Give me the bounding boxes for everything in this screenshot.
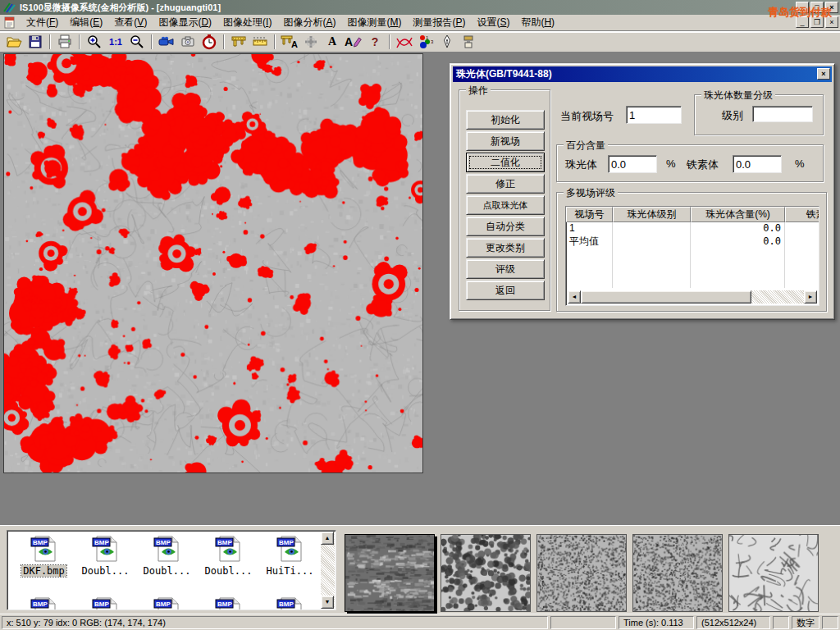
ruler-icon[interactable] bbox=[249, 33, 271, 51]
pearlite-dialog: 珠光体(GB/T9441-88) × 操作 初始化新视场二值化修正点取珠光体自动… bbox=[450, 63, 835, 320]
ferrite-unit: % bbox=[795, 158, 805, 170]
file-item-partial[interactable]: BMP bbox=[260, 596, 320, 610]
operation-button-8[interactable]: 评级 bbox=[466, 259, 545, 279]
table-cell bbox=[785, 275, 819, 288]
dialog-close-button[interactable]: × bbox=[817, 68, 830, 80]
file-item-Doubl-[interactable]: BMPDoubl... bbox=[199, 535, 258, 577]
table-row-2[interactable]: 平均值0.0 bbox=[566, 235, 819, 249]
micrograph-image-canvas[interactable] bbox=[3, 53, 423, 473]
file-item-Doubl-[interactable]: BMPDoubl... bbox=[75, 535, 135, 577]
zoom-in-icon[interactable] bbox=[84, 33, 105, 51]
thumbnail-4[interactable] bbox=[632, 534, 723, 612]
table-header-1[interactable]: 视场号 bbox=[566, 207, 613, 222]
operation-button-4[interactable]: 修正 bbox=[466, 174, 545, 194]
timer-icon[interactable] bbox=[199, 33, 220, 51]
operation-button-7[interactable]: 更改类别 bbox=[466, 238, 545, 258]
menu-item-3[interactable]: 查看(V) bbox=[108, 15, 153, 30]
menu-item-4[interactable]: 图像显示(D) bbox=[153, 15, 217, 30]
open-icon[interactable] bbox=[3, 33, 25, 51]
table-header-2[interactable]: 珠光体级别 bbox=[613, 207, 691, 222]
toolbar: 1:1AAA?13 bbox=[0, 32, 840, 52]
table-cell bbox=[691, 275, 785, 288]
rating-table[interactable]: 视场号珠光体级别珠光体含量(%)铁素体含量(%) 10.0平均值0.0 ◄ ► bbox=[565, 206, 819, 306]
operation-button-2[interactable]: 新视场 bbox=[466, 131, 545, 151]
file-item-Doubl-[interactable]: BMPDoubl... bbox=[137, 535, 197, 577]
table-row-5[interactable] bbox=[566, 275, 819, 288]
file-item-partial[interactable]: BMP bbox=[75, 596, 135, 610]
current-field-input[interactable] bbox=[626, 106, 682, 124]
operation-button-1[interactable]: 初始化 bbox=[466, 110, 545, 130]
mdi-minimize-button[interactable]: _ bbox=[796, 16, 809, 28]
menu-item-10[interactable]: 帮助(H) bbox=[515, 15, 560, 30]
thumbnail-3[interactable] bbox=[536, 534, 627, 612]
pen-tool-icon[interactable] bbox=[436, 33, 458, 51]
brush-icon[interactable] bbox=[458, 33, 479, 51]
thumbnail-2[interactable] bbox=[441, 534, 531, 612]
operation-button-5[interactable]: 点取珠光体 bbox=[466, 195, 545, 215]
caliper-icon[interactable] bbox=[228, 33, 249, 51]
minimize-button[interactable]: _ bbox=[796, 2, 809, 13]
scroll-up-button[interactable]: ▲ bbox=[321, 532, 334, 545]
table-cell: 1 bbox=[566, 222, 613, 235]
svg-text:BMP: BMP bbox=[279, 539, 294, 546]
svg-text:BMP: BMP bbox=[217, 600, 232, 608]
zoom-out-icon[interactable] bbox=[126, 33, 148, 51]
actual-size-icon[interactable]: 1:1 bbox=[105, 33, 126, 51]
file-item-HuiTi-[interactable]: BMPHuiTi... bbox=[260, 535, 320, 577]
file-item-partial[interactable]: BMP bbox=[14, 596, 74, 610]
operations-group-label: 操作 bbox=[466, 84, 491, 98]
annotate-icon[interactable]: A bbox=[343, 33, 364, 51]
table-horizontal-scrollbar[interactable]: ◄ ► bbox=[568, 290, 817, 304]
multi-field-group-label: 多视场评级 bbox=[564, 186, 618, 200]
svg-text:BMP: BMP bbox=[156, 600, 171, 608]
measure-text-icon[interactable]: A bbox=[279, 33, 300, 51]
file-list-scrollbar[interactable]: ▲ ▼ bbox=[321, 532, 335, 609]
thumbnail-image bbox=[441, 534, 531, 612]
scrollbar-thumb[interactable] bbox=[581, 290, 751, 304]
grid-measure-icon[interactable] bbox=[300, 33, 322, 51]
thumbnail-1[interactable] bbox=[345, 534, 435, 612]
scroll-right-button[interactable]: ► bbox=[804, 290, 817, 304]
scroll-down-button[interactable]: ▼ bbox=[321, 596, 334, 609]
menu-item-8[interactable]: 测量报告(P) bbox=[407, 15, 471, 30]
operations-group: 操作 初始化新视场二值化修正点取珠光体自动分类更改类别评级返回 bbox=[459, 89, 550, 311]
ferrite-percent-input[interactable] bbox=[733, 155, 782, 173]
scroll-left-button[interactable]: ◄ bbox=[568, 290, 581, 304]
table-header-4[interactable]: 铁素体含量(%) bbox=[785, 207, 819, 222]
pearlite-percent-input[interactable] bbox=[608, 155, 657, 173]
maximize-button[interactable]: □ bbox=[810, 2, 824, 13]
scrollbar-track[interactable] bbox=[751, 290, 804, 304]
table-cell bbox=[566, 275, 613, 288]
file-item-partial[interactable]: BMP bbox=[199, 596, 258, 610]
level-input[interactable] bbox=[752, 106, 813, 122]
operation-button-3[interactable]: 二值化 bbox=[466, 153, 545, 172]
operation-button-9[interactable]: 返回 bbox=[466, 281, 545, 300]
camera-capture-icon[interactable] bbox=[177, 33, 199, 51]
curve-tool-icon[interactable] bbox=[394, 33, 415, 51]
text-icon[interactable]: A bbox=[322, 33, 343, 51]
menu-item-1[interactable]: 文件(F) bbox=[21, 15, 64, 30]
menu-item-7[interactable]: 图像测量(M) bbox=[341, 15, 407, 30]
table-row-3[interactable] bbox=[566, 249, 819, 262]
print-icon[interactable] bbox=[54, 33, 75, 51]
thumbnail-5[interactable] bbox=[728, 534, 819, 612]
application-window: IS100显微摄像系统(金相分析版) - [zhuguangti01] _ □ … bbox=[0, 0, 840, 630]
operation-button-6[interactable]: 自动分类 bbox=[466, 217, 545, 236]
menu-item-9[interactable]: 设置(S) bbox=[471, 15, 515, 30]
video-camera-icon[interactable] bbox=[156, 33, 177, 51]
save-icon[interactable] bbox=[25, 33, 46, 51]
table-row-4[interactable] bbox=[566, 262, 819, 275]
table-header-3[interactable]: 珠光体含量(%) bbox=[691, 207, 785, 222]
menu-item-6[interactable]: 图像分析(A) bbox=[277, 15, 341, 30]
menu-item-2[interactable]: 编辑(E) bbox=[64, 15, 108, 30]
file-item-partial[interactable]: BMP bbox=[137, 596, 197, 610]
table-row-1[interactable]: 10.0 bbox=[566, 222, 819, 235]
file-item-DKF-bmp[interactable]: BMPDKF.bmp bbox=[14, 535, 74, 577]
help-icon[interactable]: ? bbox=[364, 33, 386, 51]
mdi-restore-button[interactable]: ❐ bbox=[810, 16, 824, 28]
particle-analysis-icon[interactable]: 13 bbox=[415, 33, 436, 51]
close-button[interactable]: × bbox=[825, 2, 838, 13]
dialog-title-bar[interactable]: 珠光体(GB/T9441-88) × bbox=[453, 66, 832, 82]
mdi-close-button[interactable]: × bbox=[825, 16, 838, 28]
menu-item-5[interactable]: 图像处理(I) bbox=[217, 15, 277, 30]
